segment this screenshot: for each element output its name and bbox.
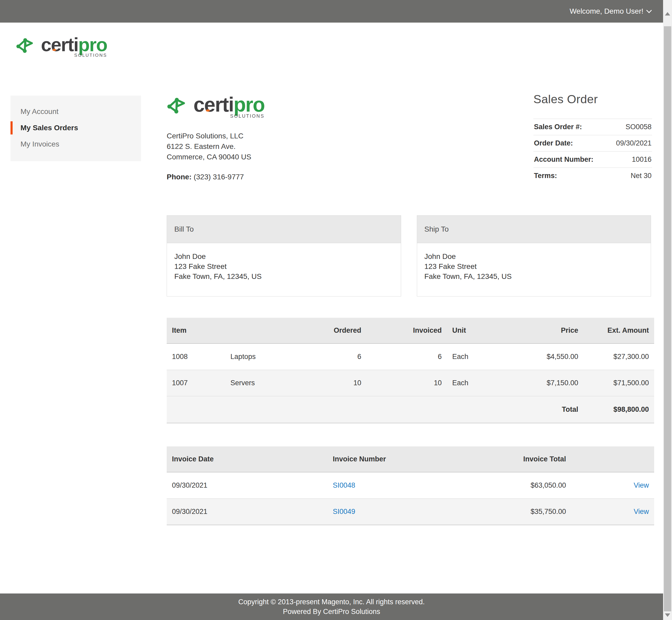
sidebar-item-my-invoices[interactable]: My Invoices xyxy=(10,136,141,152)
scroll-up-arrow-icon[interactable] xyxy=(665,12,670,15)
item-invoiced: 10 xyxy=(367,370,447,396)
company-street: 6122 S. Eastern Ave. xyxy=(167,141,251,152)
ship-to-box: Ship To John Doe 123 Fake Street Fake To… xyxy=(417,215,651,297)
item-price: $4,550.00 xyxy=(510,344,583,370)
col-item-name xyxy=(225,318,305,344)
certipro-triangle-icon xyxy=(167,95,191,118)
phone-label: Phone: xyxy=(167,173,191,181)
item-ordered: 6 xyxy=(305,344,367,370)
invoice-total: $35,750.00 xyxy=(469,499,571,525)
item-ordered: 10 xyxy=(305,370,367,396)
col-invoiced: Invoiced xyxy=(367,318,447,344)
brand-wordmark: certipro xyxy=(193,93,265,116)
phone-number: (323) 316-9777 xyxy=(194,173,244,181)
sidebar-item-my-sales-orders[interactable]: My Sales Orders xyxy=(10,120,141,136)
invoice-number-link[interactable]: SI0048 xyxy=(333,481,355,489)
terms-row: Terms: Net 30 xyxy=(534,167,652,184)
certipro-triangle-icon xyxy=(16,35,39,57)
invoices-table: Invoice Date Invoice Number Invoice Tota… xyxy=(167,447,654,525)
brand-wordmark: certipro xyxy=(41,34,107,55)
company-address: CertiPro Solutions, LLC 6122 S. Eastern … xyxy=(167,131,251,162)
sidebar-item-my-account[interactable]: My Account xyxy=(10,103,141,120)
scrollbar-thumb[interactable] xyxy=(664,26,671,611)
total-value: $98,800.00 xyxy=(583,396,654,423)
order-date-row: Order Date: 09/30/2021 xyxy=(534,135,652,151)
powered-by-text: Powered By CertiPro Solutions xyxy=(283,608,380,616)
bill-to-street: 123 Fake Street xyxy=(174,262,393,271)
account-number-row: Account Number: 10016 xyxy=(534,151,652,167)
invoice-view-link[interactable]: View xyxy=(634,508,649,515)
items-header-row: Item Ordered Invoiced Unit Price Ext. Am… xyxy=(167,318,654,344)
sales-order-number-row: Sales Order #: SO0058 xyxy=(534,119,652,135)
invoice-view-link[interactable]: View xyxy=(634,481,649,489)
col-unit: Unit xyxy=(447,318,510,344)
item-price: $7,150.00 xyxy=(510,370,583,396)
invoice-number-link[interactable]: SI0049 xyxy=(333,508,355,515)
ship-to-city: Fake Town, FA, 12345, US xyxy=(425,271,643,281)
page-title: Sales Order xyxy=(534,93,652,106)
company-city: Commerce, CA 90040 US xyxy=(167,152,251,162)
col-invoice-date: Invoice Date xyxy=(167,447,328,472)
bill-to-header: Bill To xyxy=(167,216,401,243)
item-ext-amount: $27,300.00 xyxy=(583,344,654,370)
bill-to-city: Fake Town, FA, 12345, US xyxy=(174,271,393,281)
ship-to-header: Ship To xyxy=(417,216,651,243)
top-bar: Welcome, Demo User! xyxy=(0,0,663,22)
item-unit: Each xyxy=(447,344,510,370)
bill-to-box: Bill To John Doe 123 Fake Street Fake To… xyxy=(167,215,401,297)
total-label: Total xyxy=(510,396,583,423)
item-code: 1008 xyxy=(167,344,225,370)
col-ext-amount: Ext. Amount xyxy=(583,318,654,344)
item-name: Laptops xyxy=(225,344,305,370)
scrollbar[interactable] xyxy=(663,0,672,620)
ship-to-street: 123 Fake Street xyxy=(425,262,643,271)
col-price: Price xyxy=(510,318,583,344)
invoice-total: $63,050.00 xyxy=(469,472,571,499)
invoice-date: 09/30/2021 xyxy=(167,472,328,499)
site-logo[interactable]: certipro SOLUTIONS xyxy=(16,35,107,57)
logo-orange-arc xyxy=(205,105,211,112)
document-logo: certipro SOLUTIONS xyxy=(167,95,265,118)
col-ordered: Ordered xyxy=(305,318,367,344)
welcome-text: Welcome, Demo User! xyxy=(570,7,643,15)
chevron-down-icon xyxy=(646,7,652,13)
item-row: 1008 Laptops 6 6 Each $4,550.00 $27,300.… xyxy=(167,344,654,370)
item-ext-amount: $71,500.00 xyxy=(583,370,654,396)
scroll-down-arrow-icon[interactable] xyxy=(665,613,670,617)
item-row: 1007 Servers 10 10 Each $7,150.00 $71,50… xyxy=(167,370,654,396)
item-code: 1007 xyxy=(167,370,225,396)
logo-orange-arc xyxy=(51,45,57,51)
items-total-row: Total $98,800.00 xyxy=(167,396,654,423)
order-items-table: Item Ordered Invoiced Unit Price Ext. Am… xyxy=(167,318,654,423)
invoice-date: 09/30/2021 xyxy=(167,499,328,525)
item-unit: Each xyxy=(447,370,510,396)
company-phone: Phone: (323) 316-9777 xyxy=(167,173,244,181)
address-boxes: Bill To John Doe 123 Fake Street Fake To… xyxy=(167,215,651,297)
account-menu[interactable]: Welcome, Demo User! xyxy=(570,7,651,15)
bill-to-name: John Doe xyxy=(174,252,393,262)
col-invoice-number: Invoice Number xyxy=(328,447,469,472)
sidebar: My Account My Sales Orders My Invoices xyxy=(10,96,141,161)
col-invoice-total: Invoice Total xyxy=(469,447,571,472)
company-name: CertiPro Solutions, LLC xyxy=(167,131,251,141)
sales-order-panel: Sales Order Sales Order #: SO0058 Order … xyxy=(534,93,652,184)
item-invoiced: 6 xyxy=(367,344,447,370)
item-name: Servers xyxy=(225,370,305,396)
footer: Copyright © 2013-present Magento, Inc. A… xyxy=(0,593,663,620)
invoice-row: 09/30/2021 SI0049 $35,750.00 View xyxy=(167,499,654,525)
copyright-text: Copyright © 2013-present Magento, Inc. A… xyxy=(238,598,425,606)
invoices-header-row: Invoice Date Invoice Number Invoice Tota… xyxy=(167,447,654,472)
ship-to-name: John Doe xyxy=(425,252,643,262)
page: Welcome, Demo User! certipro SOLUTIONS M… xyxy=(0,0,672,620)
col-item: Item xyxy=(167,318,225,344)
invoice-row: 09/30/2021 SI0048 $63,050.00 View xyxy=(167,472,654,499)
